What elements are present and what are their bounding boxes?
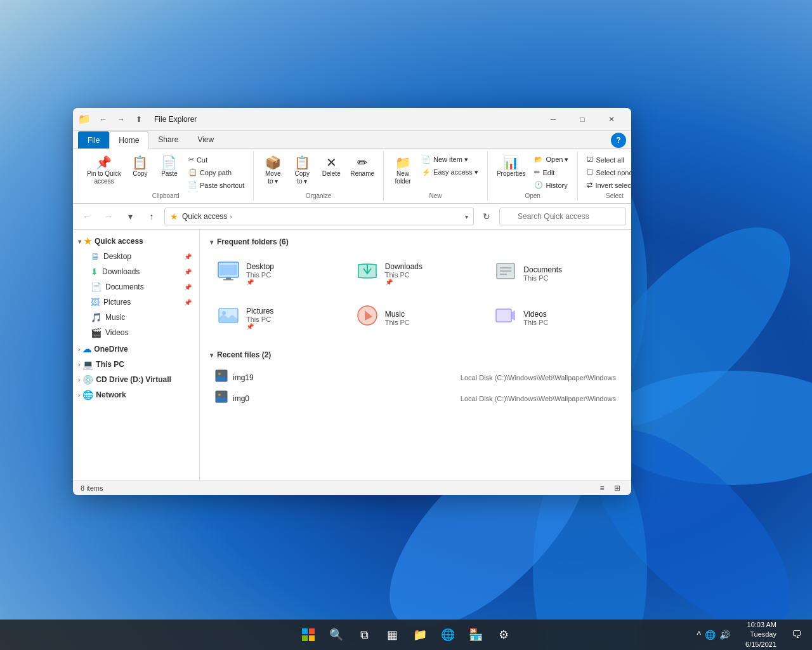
open-button[interactable]: 📂 Open ▾: [530, 154, 572, 166]
up-directory-button[interactable]: ↑: [143, 208, 160, 225]
refresh-button[interactable]: ↻: [478, 208, 495, 225]
taskbar-settings-button[interactable]: ⚙: [491, 622, 516, 647]
recent-locations-button[interactable]: ▾: [121, 208, 139, 225]
history-label: History: [546, 182, 567, 189]
sidebar-item-videos[interactable]: 🎬 Videos: [86, 325, 197, 340]
search-input[interactable]: [499, 208, 626, 225]
sidebar-item-pictures[interactable]: 🖼 Pictures 📌: [86, 295, 197, 310]
img19-file-path: Local Disk (C:)\Windows\Web\Wallpaper\Wi…: [461, 374, 616, 381]
address-bar-row: ← → ▾ ↑ ★ Quick access › ▾ ↻ 🔍: [73, 204, 631, 230]
move-to-button[interactable]: 📦 Moveto ▾: [259, 154, 287, 188]
new-folder-label: Newfolder: [395, 170, 411, 185]
copy-path-button[interactable]: 📋 Copy path: [185, 166, 248, 178]
titlebar-back-btn[interactable]: ←: [96, 112, 111, 127]
volume-tray-icon[interactable]: 🔊: [719, 630, 730, 640]
onedrive-header[interactable]: › ☁ OneDrive: [73, 342, 199, 357]
paste-label: Paste: [161, 170, 178, 178]
properties-button[interactable]: 📊 Properties: [493, 154, 530, 180]
new-item-button[interactable]: 📄 New item ▾: [418, 154, 482, 166]
minimize-button[interactable]: ─: [539, 108, 568, 131]
cut-button[interactable]: ✂ Cut: [185, 154, 248, 166]
rename-label: Rename: [350, 170, 374, 178]
taskbar-search-button[interactable]: 🔍: [324, 622, 349, 647]
taskbar-widgets-button[interactable]: ▦: [379, 622, 405, 647]
copy-button[interactable]: 📋 Copy: [126, 154, 154, 180]
network-header[interactable]: › 🌐 Network: [73, 387, 199, 402]
properties-icon: 📊: [503, 156, 519, 169]
sidebar-item-desktop[interactable]: 🖥 Desktop 📌: [86, 249, 197, 264]
tab-home[interactable]: Home: [109, 131, 148, 149]
copy-to-button[interactable]: 📋 Copyto ▾: [288, 154, 316, 188]
folder-item-desktop[interactable]: Desktop This PC 📌: [210, 254, 344, 293]
desktop-pin-icon: 📌: [184, 253, 192, 260]
paste-button[interactable]: 📄 Paste: [155, 154, 183, 180]
quick-access-items: 🖥 Desktop 📌 ⬇ Downloads 📌 📄 Documents 📌: [73, 249, 199, 340]
img0-file-icon: [215, 390, 228, 406]
delete-button[interactable]: ✕ Delete: [317, 154, 345, 180]
sidebar-documents-label: Documents: [105, 282, 180, 291]
rename-button[interactable]: ✏ Rename: [346, 154, 378, 180]
network-tray-icon[interactable]: 🌐: [705, 630, 716, 640]
sidebar-item-downloads[interactable]: ⬇ Downloads 📌: [86, 264, 197, 279]
quick-access-header[interactable]: ▾ ★ Quick access: [73, 234, 199, 249]
invert-selection-button[interactable]: ⇄ Invert selection: [583, 179, 631, 191]
edit-button[interactable]: ✏ Edit: [530, 166, 572, 178]
tab-file[interactable]: File: [78, 131, 109, 149]
taskbar-file-explorer-button[interactable]: 📁: [407, 622, 433, 647]
select-all-button[interactable]: ☑ Select all: [583, 154, 631, 166]
history-button[interactable]: 🕐 History: [530, 179, 572, 191]
cd-drive-header[interactable]: › 💿 CD Drive (D:) Virtuall: [73, 372, 199, 387]
folder-item-documents[interactable]: Documents This PC: [487, 254, 621, 293]
taskbar-clock[interactable]: 10:03 AM Tuesday6/15/2021: [738, 620, 784, 649]
rename-icon: ✏: [357, 156, 368, 169]
svg-point-21: [222, 311, 226, 315]
img19-file-icon: [215, 369, 228, 385]
downloads-icon: ⬇: [91, 267, 98, 277]
taskbar-store-button[interactable]: 🏪: [463, 622, 488, 647]
grid-view-button[interactable]: ⊞: [611, 482, 624, 494]
sidebar-item-music[interactable]: 🎵 Music: [86, 310, 197, 325]
sidebar-item-documents[interactable]: 📄 Documents 📌: [86, 279, 197, 295]
recent-files-header: ▾ Recent files (2): [210, 350, 621, 359]
this-pc-expand-arrow: ›: [78, 361, 80, 368]
chevron-up-icon[interactable]: ^: [697, 630, 701, 640]
frequent-folders-header: ▾ Frequent folders (6): [210, 237, 621, 246]
titlebar-forward-btn[interactable]: →: [114, 112, 129, 127]
taskbar-edge-button[interactable]: 🌐: [435, 622, 461, 647]
recent-files-chevron[interactable]: ▾: [210, 352, 213, 359]
select-none-button[interactable]: ☐ Select none: [583, 166, 631, 178]
pin-label: Pin to Quickaccess: [87, 170, 121, 185]
folder-item-music[interactable]: Music This PC: [349, 298, 483, 338]
forward-button[interactable]: →: [100, 208, 117, 225]
copy-icon: 📋: [132, 156, 148, 169]
paste-shortcut-button[interactable]: 📄 Paste shortcut: [185, 179, 248, 191]
start-button[interactable]: [296, 622, 321, 647]
new-folder-button[interactable]: 📁 Newfolder: [389, 154, 417, 188]
notification-center-button[interactable]: 🗨: [787, 629, 807, 640]
back-button[interactable]: ←: [78, 208, 96, 225]
maximize-button[interactable]: □: [568, 108, 597, 131]
help-button[interactable]: ?: [611, 133, 626, 148]
file-item-img19[interactable]: img19 Local Disk (C:)\Windows\Web\Wallpa…: [210, 367, 621, 388]
list-view-button[interactable]: ≡: [596, 482, 608, 494]
folder-item-downloads[interactable]: Downloads This PC 📌: [349, 254, 483, 293]
folder-item-pictures[interactable]: Pictures This PC 📌: [210, 298, 344, 338]
taskbar-task-view-button[interactable]: ⧉: [351, 622, 377, 647]
titlebar-up-btn[interactable]: ⬆: [131, 112, 147, 127]
svg-rect-32: [302, 628, 308, 634]
this-pc-header[interactable]: › 💻 This PC: [73, 357, 199, 372]
sidebar-videos-label: Videos: [105, 328, 192, 337]
folder-item-videos[interactable]: Videos This PC: [487, 298, 621, 338]
taskbar-time-display: 10:03 AM: [745, 620, 776, 630]
file-list: img19 Local Disk (C:)\Windows\Web\Wallpa…: [210, 367, 621, 409]
close-button[interactable]: ✕: [597, 108, 626, 131]
frequent-folders-chevron[interactable]: ▾: [210, 239, 213, 246]
pin-to-quick-access-button[interactable]: 📌 Pin to Quickaccess: [83, 154, 125, 188]
svg-rect-12: [223, 279, 233, 281]
ribbon: 📌 Pin to Quickaccess 📋 Copy 📄 Paste ✂: [73, 149, 631, 204]
easy-access-button[interactable]: ⚡ Easy access ▾: [418, 166, 482, 178]
address-box[interactable]: ★ Quick access › ▾: [164, 208, 474, 225]
file-item-img0[interactable]: img0 Local Disk (C:)\Windows\Web\Wallpap…: [210, 388, 621, 409]
tab-view[interactable]: View: [188, 131, 223, 148]
tab-share[interactable]: Share: [148, 131, 188, 148]
